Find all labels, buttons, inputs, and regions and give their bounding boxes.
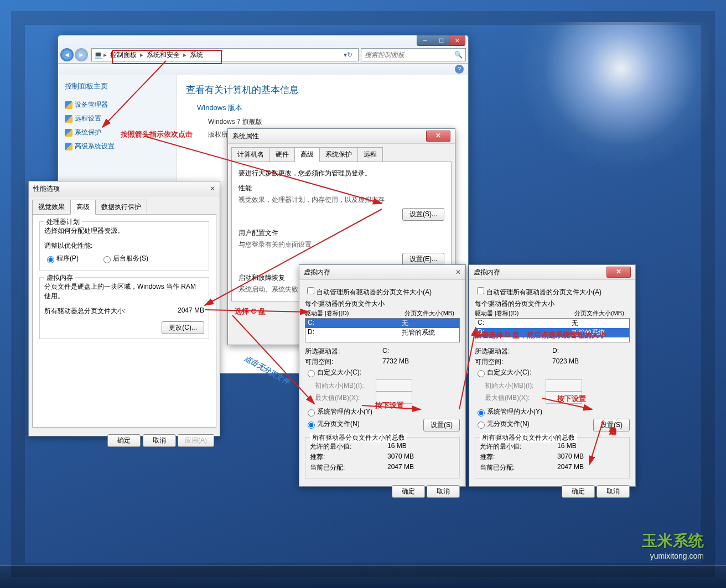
forward-button[interactable]: ► [75, 48, 88, 61]
virtual-memory-dialog-1: 虚拟内存✕ 自动管理所有驱动器的分页文件大小(A) 每个驱动器的分页文件大小 驱… [299, 264, 466, 487]
tab-computer-name[interactable]: 计算机名 [231, 147, 270, 162]
virtual-memory-dialog-2: 虚拟内存✕ 自动管理所有驱动器的分页文件大小(A) 每个驱动器的分页文件大小 驱… [469, 264, 636, 487]
watermark: 玉米系统 yumixitong.com [642, 530, 704, 560]
radio-nopage[interactable]: 无分页文件(N) [305, 419, 423, 429]
drive-list[interactable]: C:无 D:托管的系统 [305, 318, 460, 342]
close-icon[interactable]: ✕ [426, 131, 450, 142]
automgmt-checkbox[interactable]: 自动管理所有驱动器的分页文件大小(A) [475, 288, 601, 296]
back-button[interactable]: ◄ [60, 48, 74, 61]
close-icon[interactable]: ✕ [455, 268, 461, 276]
nav-bar: ◄ ► 💻 ▸ 控制面板 ▸ 系统和安全 ▸ 系统 ▾ ↻ 🔍 [58, 46, 468, 64]
init-size-input [546, 379, 582, 392]
drive-row-c[interactable]: C:无 [475, 319, 629, 328]
radio-bgservice[interactable]: 后台服务(S) [101, 254, 148, 263]
drive-row-d[interactable]: D:托管的系统 [305, 328, 459, 337]
help-icon[interactable]: ? [455, 65, 464, 74]
ok-button[interactable]: 确定 [107, 434, 141, 447]
close-icon[interactable]: ✕ [210, 185, 215, 192]
set-button[interactable]: 设置(S) [593, 419, 630, 431]
tab-visual[interactable]: 视觉效果 [32, 200, 71, 215]
winver-title: Windows 版本 [186, 103, 459, 113]
refresh-icon[interactable]: ↻ [347, 51, 356, 59]
radio-nopage[interactable]: 无分页文件(N) [475, 419, 593, 429]
cancel-button[interactable]: 取消 [597, 485, 630, 498]
tab-hardware[interactable]: 硬件 [269, 147, 295, 162]
winver-text: Windows 7 旗舰版 [186, 117, 459, 127]
tab-advanced[interactable]: 高级 [70, 200, 96, 215]
tab-dep[interactable]: 数据执行保护 [95, 200, 147, 215]
cancel-button[interactable]: 取消 [143, 434, 176, 447]
shield-icon [65, 129, 72, 137]
dialog-title: 虚拟内存✕ [469, 265, 635, 280]
shield-icon [65, 115, 72, 123]
maximize-button[interactable]: ☐ [433, 35, 449, 46]
minimize-button[interactable]: ─ [417, 35, 433, 46]
page-title: 查看有关计算机的基本信息 [186, 84, 459, 96]
radio-custom[interactable]: 自定义大小(C): [475, 368, 630, 377]
sidebar-title: 控制面板主页 [65, 81, 170, 91]
radio-programs[interactable]: 程序(P) [44, 254, 79, 263]
radio-sysmanaged[interactable]: 系统管理的大小(Y) [305, 407, 460, 417]
ok-button[interactable]: 确定 [562, 485, 595, 498]
search-input[interactable] [364, 50, 454, 59]
close-icon[interactable]: ✕ [606, 267, 631, 278]
dialog-title: 系统属性✕ [228, 129, 455, 144]
sidebar-advanced[interactable]: 高级系统设置 [65, 139, 170, 153]
init-size-input [376, 379, 412, 392]
close-button[interactable]: ✕ [449, 35, 465, 46]
shield-icon [65, 143, 72, 150]
tab-advanced[interactable]: 高级 [294, 147, 320, 162]
radio-sysmanaged[interactable]: 系统管理的大小(Y) [475, 407, 630, 417]
tab-remote[interactable]: 远程 [357, 147, 383, 162]
set-button[interactable]: 设置(S) [423, 419, 460, 431]
max-size-input [376, 392, 412, 404]
breadcrumb-system[interactable]: 系统 [188, 50, 205, 60]
search-icon[interactable]: 🔍 [454, 51, 463, 59]
drive-list[interactable]: C:无 D:托管的系统 [475, 318, 630, 342]
sidebar-remote[interactable]: 远程设置 [65, 112, 170, 126]
automgmt-checkbox[interactable]: 自动管理所有驱动器的分页文件大小(A) [305, 288, 432, 296]
dialog-title: 性能选项✕ [29, 181, 220, 196]
drive-row-c[interactable]: C:无 [305, 319, 459, 328]
shield-icon [65, 101, 72, 109]
userprof-settings-button[interactable]: 设置(E)... [402, 253, 444, 266]
change-button[interactable]: 更改(C)... [162, 321, 204, 334]
cancel-button[interactable]: 取消 [427, 485, 460, 498]
breadcrumb-syssec[interactable]: 系统和安全 [144, 50, 182, 60]
search-bar[interactable]: 🔍 [361, 48, 466, 61]
radio-custom[interactable]: 自定义大小(C): [305, 368, 460, 377]
taskbar[interactable] [0, 565, 726, 588]
ok-button[interactable]: 确定 [392, 485, 425, 498]
sidebar-sysprotect[interactable]: 系统保护 [65, 126, 170, 139]
titlebar: ─ ☐ ✕ [58, 35, 468, 46]
apply-button[interactable]: 应用(A) [178, 434, 214, 447]
tab-protect[interactable]: 系统保护 [319, 147, 358, 162]
perf-settings-button[interactable]: 设置(S)... [402, 208, 444, 221]
breadcrumb-cp[interactable]: 控制面板 [108, 50, 139, 60]
dialog-title: 虚拟内存✕ [299, 265, 465, 280]
performance-options-dialog: 性能选项✕ 视觉效果 高级 数据执行保护 处理器计划 选择如何分配处理器资源。 … [28, 181, 220, 436]
sidebar-devmgr[interactable]: 设备管理器 [65, 98, 170, 112]
drive-row-d[interactable]: D:托管的系统 [475, 328, 629, 337]
address-bar[interactable]: 💻 ▸ 控制面板 ▸ 系统和安全 ▸ 系统 ▾ ↻ [91, 48, 359, 61]
max-size-input [546, 392, 582, 404]
admin-text: 要进行大多数更改，您必须作为管理员登录。 [238, 169, 444, 178]
